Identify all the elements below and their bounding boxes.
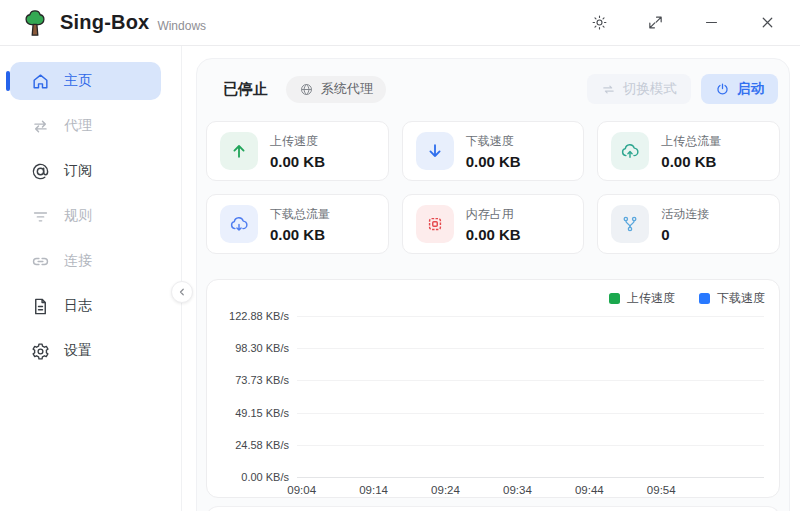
app-window: Sing-Box Windows 主页 xyxy=(0,0,800,511)
branch-icon xyxy=(611,205,649,243)
system-proxy-badge[interactable]: 系统代理 xyxy=(286,76,386,103)
sidebar-item-label: 连接 xyxy=(64,252,92,270)
stat-card-active-connections: 活动连接 0 xyxy=(597,194,780,254)
sidebar-item-home[interactable]: 主页 xyxy=(10,62,161,100)
sidebar: 主页 代理 订阅 规则 xyxy=(0,46,182,511)
sidebar-item-connections[interactable]: 连接 xyxy=(10,242,161,280)
y-tick: 122.88 KB/s xyxy=(219,310,289,322)
next-card-stub xyxy=(206,506,780,511)
power-icon xyxy=(715,82,730,97)
sidebar-item-settings[interactable]: 设置 xyxy=(10,332,161,370)
proxy-swap-icon xyxy=(30,116,50,136)
document-icon xyxy=(30,296,50,316)
arrow-down-icon xyxy=(416,132,454,170)
stat-label: 活动连接 xyxy=(661,206,709,223)
sidebar-item-label: 规则 xyxy=(64,207,92,225)
gridline xyxy=(297,380,764,381)
chevron-left-icon xyxy=(176,286,188,298)
gridline xyxy=(297,413,764,414)
sidebar-item-logs[interactable]: 日志 xyxy=(10,287,161,325)
stat-value: 0.00 KB xyxy=(466,226,521,243)
cloud-download-icon xyxy=(220,205,258,243)
sidebar-item-proxy[interactable]: 代理 xyxy=(10,107,161,145)
sidebar-item-label: 设置 xyxy=(64,342,92,360)
gridline xyxy=(297,445,764,446)
y-tick: 24.58 KB/s xyxy=(219,439,289,451)
home-icon xyxy=(30,71,50,91)
main-area: 已停止 系统代理 切换模式 启动 xyxy=(182,46,800,511)
chart-x-axis: 09:04 09:14 09:24 09:34 09:44 09:54 xyxy=(297,477,764,499)
globe-icon xyxy=(299,82,314,97)
content-area: 主页 代理 订阅 规则 xyxy=(0,46,800,511)
stat-card-download-speed: 下载速度 0.00 KB xyxy=(402,121,585,181)
stat-label: 下载总流量 xyxy=(270,206,330,223)
stat-card-upload-speed: 上传速度 0.00 KB xyxy=(206,121,389,181)
title-bar: Sing-Box Windows xyxy=(0,0,800,46)
close-icon[interactable] xyxy=(756,12,778,34)
theme-sun-icon[interactable] xyxy=(588,12,610,34)
x-tick: 09:04 xyxy=(287,484,316,496)
x-tick: 09:54 xyxy=(647,484,676,496)
chart-plot-area: 122.88 KB/s 98.30 KB/s 73.73 KB/s 49.15 … xyxy=(219,316,767,477)
y-tick: 98.30 KB/s xyxy=(219,342,289,354)
sidebar-item-label: 日志 xyxy=(64,297,92,315)
gridline xyxy=(297,348,764,349)
stat-card-upload-total: 上传总流量 0.00 KB xyxy=(597,121,780,181)
stat-value: 0 xyxy=(661,226,709,243)
filter-lines-icon xyxy=(30,206,50,226)
stat-label: 上传速度 xyxy=(270,133,325,150)
status-text: 已停止 xyxy=(223,80,268,99)
window-controls xyxy=(588,12,778,34)
legend-label: 上传速度 xyxy=(627,290,675,307)
stat-label: 上传总流量 xyxy=(661,133,721,150)
stat-value: 0.00 KB xyxy=(661,153,721,170)
gridline xyxy=(297,316,764,317)
upload-legend-swatch-icon xyxy=(609,293,620,304)
cloud-upload-icon xyxy=(611,132,649,170)
traffic-chart-card: 上传速度 下载速度 122.88 K xyxy=(206,279,780,498)
header-actions: 切换模式 启动 xyxy=(587,74,778,104)
legend-label: 下载速度 xyxy=(717,290,765,307)
app-title: Sing-Box xyxy=(60,11,149,34)
x-tick: 09:14 xyxy=(359,484,388,496)
switch-mode-label: 切换模式 xyxy=(623,80,677,98)
sidebar-item-label: 主页 xyxy=(64,72,92,90)
maximize-icon[interactable] xyxy=(644,12,666,34)
y-tick: 49.15 KB/s xyxy=(219,407,289,419)
sidebar-item-label: 代理 xyxy=(64,117,92,135)
stat-value: 0.00 KB xyxy=(466,153,521,170)
swap-mode-icon xyxy=(601,82,616,97)
dashboard-panel: 已停止 系统代理 切换模式 启动 xyxy=(196,58,790,511)
start-label: 启动 xyxy=(737,80,764,98)
status-header: 已停止 系统代理 切换模式 启动 xyxy=(206,74,780,104)
legend-item-download[interactable]: 下载速度 xyxy=(699,290,765,307)
minimize-icon[interactable] xyxy=(700,12,722,34)
link-icon xyxy=(30,251,50,271)
cpu-chip-icon xyxy=(416,205,454,243)
chart-legend: 上传速度 下载速度 xyxy=(219,291,767,305)
at-sign-icon xyxy=(30,161,50,181)
sidebar-item-label: 订阅 xyxy=(64,162,92,180)
start-button[interactable]: 启动 xyxy=(701,74,778,104)
sidebar-item-rules[interactable]: 规则 xyxy=(10,197,161,235)
x-tick: 09:24 xyxy=(431,484,460,496)
stat-value: 0.00 KB xyxy=(270,153,325,170)
system-proxy-label: 系统代理 xyxy=(321,80,373,98)
gear-icon xyxy=(30,341,50,361)
arrow-up-icon xyxy=(220,132,258,170)
stat-label: 下载速度 xyxy=(466,133,521,150)
app-subtitle: Windows xyxy=(157,19,206,33)
stat-card-memory: 内存占用 0.00 KB xyxy=(402,194,585,254)
stat-label: 内存占用 xyxy=(466,206,521,223)
stat-card-download-total: 下载总流量 0.00 KB xyxy=(206,194,389,254)
switch-mode-button[interactable]: 切换模式 xyxy=(587,74,691,104)
y-tick: 73.73 KB/s xyxy=(219,374,289,386)
download-legend-swatch-icon xyxy=(699,293,710,304)
sidebar-item-subscription[interactable]: 订阅 xyxy=(10,152,161,190)
y-tick: 0.00 KB/s xyxy=(219,471,289,483)
stat-value: 0.00 KB xyxy=(270,226,330,243)
legend-item-upload[interactable]: 上传速度 xyxy=(609,290,675,307)
x-tick: 09:34 xyxy=(503,484,532,496)
stats-grid: 上传速度 0.00 KB 下载速度 0.00 KB xyxy=(206,121,780,254)
sidebar-collapse-button[interactable] xyxy=(171,281,193,303)
